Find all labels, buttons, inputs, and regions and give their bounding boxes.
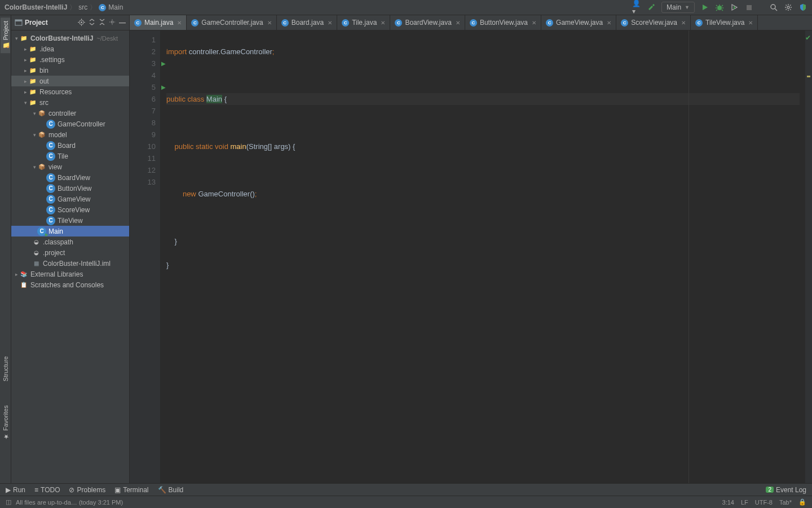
tree-package-model[interactable]: ▾📦model (11, 129, 129, 140)
tree-class-buttonview[interactable]: CButtonView (11, 183, 129, 194)
tree-file-project[interactable]: ◒.project (11, 247, 129, 258)
collapse-all-icon[interactable] (99, 19, 105, 27)
coverage-button[interactable] (730, 3, 739, 12)
tool-tab-problems[interactable]: ⊘Problems (69, 486, 105, 494)
error-stripe[interactable]: ✔ (805, 30, 812, 483)
tab-scoreview[interactable]: CScoreView.java✕ (616, 15, 691, 30)
debug-button[interactable] (715, 3, 724, 12)
tab-buttonview[interactable]: CButtonView.java✕ (465, 15, 541, 30)
close-icon[interactable]: ✕ (381, 20, 385, 26)
caret-position[interactable]: 3:14 (722, 499, 734, 506)
left-tool-stripe: 📁Project Structure ★Favorites (0, 15, 11, 483)
expand-all-icon[interactable] (89, 19, 95, 27)
tool-tab-event-log[interactable]: 2Event Log (766, 486, 806, 494)
tree-folder-out[interactable]: ▸📁out (11, 76, 129, 86)
tree-file-classpath[interactable]: ◒.classpath (11, 237, 129, 247)
tree-class-tile[interactable]: CTile (11, 151, 129, 161)
tree-folder-resources[interactable]: ▸📁Resources (11, 86, 129, 97)
settings-icon[interactable] (784, 3, 793, 12)
project-view-icon (15, 19, 23, 27)
svg-point-2 (771, 5, 775, 9)
locate-icon[interactable] (78, 19, 85, 27)
tree-external-libraries[interactable]: ▸📚External Libraries (11, 269, 129, 279)
stop-button[interactable] (744, 3, 753, 12)
close-icon[interactable]: ✕ (267, 20, 272, 26)
tab-boardview[interactable]: CBoardView.java✕ (390, 15, 465, 30)
module-icon: ▦ (32, 259, 41, 268)
close-icon[interactable]: ✕ (532, 20, 536, 26)
inspection-ok-icon[interactable]: ✔ (805, 34, 811, 42)
tree-package-view[interactable]: ▾📦view (11, 161, 129, 172)
hammer-icon[interactable] (647, 3, 656, 12)
chevron-down-icon: ▼ (685, 5, 690, 10)
file-icon: ◒ (32, 238, 41, 247)
tab-tile[interactable]: CTile.java✕ (337, 15, 390, 30)
code-editor[interactable]: 1 2 3▶ 4 5▶ 6 7 8 9 10 11 12 13 import c… (130, 30, 812, 483)
tree-folder-idea[interactable]: ▸📁.idea (11, 43, 129, 54)
svg-point-0 (717, 6, 722, 10)
svg-point-8 (111, 21, 113, 23)
chevron-right-icon: 〉 (90, 3, 96, 12)
editor-tabs: CMain.java✕ CGameController.java✕ CBoard… (130, 15, 812, 30)
project-tree[interactable]: ▾📁ColorBuster-IntelliJ~/Deskt ▸📁.idea ▸📁… (11, 30, 129, 483)
tab-gameview[interactable]: CGameView.java✕ (541, 15, 616, 30)
tree-package-controller[interactable]: ▾📦controller (11, 108, 129, 119)
tool-tab-run[interactable]: ▶Run (6, 486, 25, 494)
tree-file-iml[interactable]: ▦ColorBuster-IntelliJ.iml (11, 258, 129, 269)
tree-folder-src[interactable]: ▾📁src (11, 97, 129, 108)
tree-root[interactable]: ▾📁ColorBuster-IntelliJ~/Deskt (11, 33, 129, 43)
scratch-icon: 📋 (19, 281, 28, 290)
tree-folder-bin[interactable]: ▸📁bin (11, 65, 129, 76)
status-window-icon[interactable]: ◫ (6, 498, 11, 506)
tree-class-tileview[interactable]: CTileView (11, 215, 129, 226)
close-icon[interactable]: ✕ (607, 20, 611, 26)
status-message: All files are up-to-da… (today 3:21 PM) (16, 499, 123, 506)
warning-marker[interactable] (807, 76, 810, 77)
build-icon: 🔨 (158, 486, 166, 494)
tool-tab-build[interactable]: 🔨Build (158, 486, 184, 494)
code-text[interactable]: import controller.GameController; public… (161, 30, 805, 483)
tree-folder-settings[interactable]: ▸📁.settings (11, 54, 129, 65)
hide-icon[interactable]: — (119, 19, 126, 27)
lock-icon[interactable]: 🔒 (798, 498, 806, 506)
breadcrumb-folder[interactable]: src (78, 3, 87, 11)
line-separator[interactable]: LF (741, 499, 748, 506)
run-configuration-selector[interactable]: Main ▼ (661, 2, 695, 13)
breadcrumb-file[interactable]: Main (108, 3, 123, 11)
tab-tileview[interactable]: CTileView.java✕ (691, 15, 758, 30)
close-icon[interactable]: ✕ (681, 20, 686, 26)
tab-board[interactable]: CBoard.java✕ (277, 15, 337, 30)
tool-tab-favorites[interactable]: ★Favorites (1, 402, 10, 444)
project-tool-title[interactable]: Project (25, 19, 48, 27)
toolbar: 👤▾ Main ▼ (632, 2, 807, 13)
breadcrumb-project[interactable]: ColorBuster-IntelliJ (5, 3, 67, 11)
gear-icon[interactable] (109, 19, 116, 27)
file-encoding[interactable]: UTF-8 (755, 499, 773, 506)
run-button[interactable] (700, 3, 709, 12)
breadcrumb[interactable]: ColorBuster-IntelliJ 〉 src 〉 C Main (5, 3, 123, 12)
tool-tab-todo[interactable]: ≡TODO (34, 486, 60, 494)
svg-rect-5 (15, 20, 22, 21)
tree-class-board[interactable]: CBoard (11, 140, 129, 151)
tree-class-gamecontroller[interactable]: CGameController (11, 119, 129, 129)
search-icon[interactable] (769, 3, 778, 12)
tab-main[interactable]: CMain.java✕ (130, 15, 187, 30)
tree-class-boardview[interactable]: CBoardView (11, 172, 129, 183)
close-icon[interactable]: ✕ (328, 20, 332, 26)
tool-tab-terminal[interactable]: ▣Terminal (114, 486, 148, 494)
tab-gamecontroller[interactable]: CGameController.java✕ (187, 15, 276, 30)
shield-icon[interactable] (798, 3, 807, 12)
tool-tab-project[interactable]: 📁Project (1, 17, 10, 53)
close-icon[interactable]: ✕ (177, 20, 182, 26)
java-class-icon: C (99, 4, 106, 11)
gutter[interactable]: 1 2 3▶ 4 5▶ 6 7 8 9 10 11 12 13 (130, 30, 161, 483)
tree-class-scoreview[interactable]: CScoreView (11, 204, 129, 215)
tree-class-main[interactable]: C▶Main (11, 226, 129, 237)
close-icon[interactable]: ✕ (456, 20, 460, 26)
user-icon[interactable]: 👤▾ (632, 3, 641, 12)
tool-tab-structure[interactable]: Structure (1, 353, 10, 385)
tree-scratches[interactable]: 📋Scratches and Consoles (11, 279, 129, 290)
close-icon[interactable]: ✕ (748, 20, 753, 26)
tree-class-gameview[interactable]: CGameView (11, 194, 129, 204)
indent-info[interactable]: Tab* (779, 499, 792, 506)
